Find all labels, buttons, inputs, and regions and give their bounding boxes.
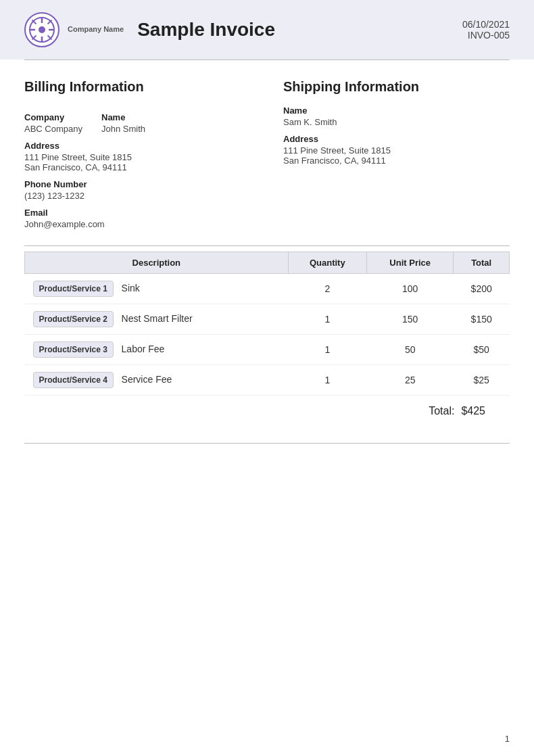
cell-description-2: Product/Service 3 Labor Fee bbox=[25, 335, 289, 365]
table-row: Product/Service 4 Service Fee 1 25 $25 bbox=[25, 365, 510, 396]
invoice-page: Company Name Sample Invoice 06/10/2021 I… bbox=[0, 0, 534, 756]
row-label-3: Product/Service 4 bbox=[33, 372, 114, 388]
shipping-address-line1: 111 Pine Street, Suite 1815 bbox=[283, 145, 510, 156]
billing-title: Billing Information bbox=[24, 79, 251, 95]
invoice-header: Company Name Sample Invoice 06/10/2021 I… bbox=[0, 0, 534, 60]
billing-address-line2: San Francisco, CA, 94111 bbox=[24, 162, 251, 172]
row-label-1: Product/Service 2 bbox=[33, 311, 114, 327]
cell-unit-price-1: 150 bbox=[367, 304, 454, 335]
invoice-title: Sample Invoice bbox=[137, 19, 275, 41]
billing-phone-value: (123) 123-1232 bbox=[24, 191, 251, 201]
total-amount: $425 bbox=[461, 405, 485, 417]
invoice-date: 06/10/2021 bbox=[462, 19, 510, 30]
col-header-total: Total bbox=[454, 252, 510, 274]
row-label-2: Product/Service 3 bbox=[33, 341, 114, 358]
table-row: Product/Service 2 Nest Smart Filter 1 15… bbox=[25, 304, 510, 335]
col-header-quantity: Quantity bbox=[288, 252, 366, 274]
col-header-unit-price: Unit Price bbox=[367, 252, 454, 274]
page-number: 1 bbox=[505, 734, 510, 744]
total-container: Total: $425 bbox=[24, 396, 510, 427]
company-name-text: Company Name bbox=[68, 25, 124, 34]
cell-description-3: Product/Service 4 Service Fee bbox=[25, 365, 289, 396]
cell-total-3: $25 bbox=[454, 365, 510, 396]
shipping-address-block: Address 111 Pine Street, Suite 1815 San … bbox=[283, 134, 510, 166]
billing-name-company-row: Company ABC Company Name John Smith bbox=[24, 105, 251, 134]
shipping-address-label: Address bbox=[283, 134, 510, 144]
svg-point-1 bbox=[39, 26, 45, 33]
cell-description-0: Product/Service 1 Sink bbox=[25, 274, 289, 304]
cell-quantity-2: 1 bbox=[288, 335, 366, 365]
billing-address-block: Address 111 Pine Street, Suite 1815 San … bbox=[24, 141, 251, 172]
total-label: Total: bbox=[429, 405, 454, 417]
table-section: Description Quantity Unit Price Total Pr… bbox=[0, 246, 534, 443]
shipping-name-block: Name Sam K. Smith bbox=[283, 105, 510, 127]
billing-company-label: Company bbox=[24, 112, 85, 122]
shipping-name-value: Sam K. Smith bbox=[283, 117, 510, 127]
row-label-0: Product/Service 1 bbox=[33, 281, 114, 297]
cell-unit-price-3: 25 bbox=[367, 365, 454, 396]
cell-unit-price-2: 50 bbox=[367, 335, 454, 365]
cell-description-1: Product/Service 2 Nest Smart Filter bbox=[25, 304, 289, 335]
logo-icon bbox=[28, 16, 55, 43]
cell-quantity-1: 1 bbox=[288, 304, 366, 335]
billing-address-line1: 111 Pine Street, Suite 1815 bbox=[24, 152, 251, 162]
billing-phone-block: Phone Number (123) 123-1232 bbox=[24, 179, 251, 201]
cell-total-2: $50 bbox=[454, 335, 510, 365]
invoice-table: Description Quantity Unit Price Total Pr… bbox=[24, 252, 510, 396]
table-header-row: Description Quantity Unit Price Total bbox=[25, 252, 510, 274]
header-left: Company Name Sample Invoice bbox=[24, 12, 275, 47]
billing-name-value: John Smith bbox=[101, 124, 162, 134]
shipping-name-label: Name bbox=[283, 105, 510, 116]
billing-column: Billing Information Company ABC Company … bbox=[24, 79, 267, 229]
table-row: Product/Service 1 Sink 2 100 $200 bbox=[25, 274, 510, 304]
info-section: Billing Information Company ABC Company … bbox=[0, 60, 534, 245]
billing-phone-label: Phone Number bbox=[24, 179, 251, 189]
cell-unit-price-0: 100 bbox=[367, 274, 454, 304]
shipping-column: Shipping Information Name Sam K. Smith A… bbox=[267, 79, 510, 229]
shipping-address-line2: San Francisco, CA, 94111 bbox=[283, 156, 510, 166]
cell-quantity-0: 2 bbox=[288, 274, 366, 304]
table-row: Product/Service 3 Labor Fee 1 50 $50 bbox=[25, 335, 510, 365]
billing-email-block: Email John@example.com bbox=[24, 208, 251, 229]
billing-name-col: Name John Smith bbox=[101, 105, 162, 134]
billing-email-value: John@example.com bbox=[24, 219, 251, 229]
invoice-number: INVO-005 bbox=[462, 30, 510, 41]
billing-email-label: Email bbox=[24, 208, 251, 218]
shipping-title: Shipping Information bbox=[283, 79, 510, 95]
company-logo bbox=[24, 12, 59, 47]
billing-name-label: Name bbox=[101, 112, 162, 122]
billing-company-value: ABC Company bbox=[24, 124, 85, 134]
col-header-description: Description bbox=[25, 252, 289, 274]
bottom-divider bbox=[24, 443, 510, 444]
header-right: 06/10/2021 INVO-005 bbox=[462, 19, 510, 41]
billing-address-label: Address bbox=[24, 141, 251, 151]
billing-company-col: Company ABC Company bbox=[24, 105, 85, 134]
cell-total-0: $200 bbox=[454, 274, 510, 304]
cell-quantity-3: 1 bbox=[288, 365, 366, 396]
cell-total-1: $150 bbox=[454, 304, 510, 335]
